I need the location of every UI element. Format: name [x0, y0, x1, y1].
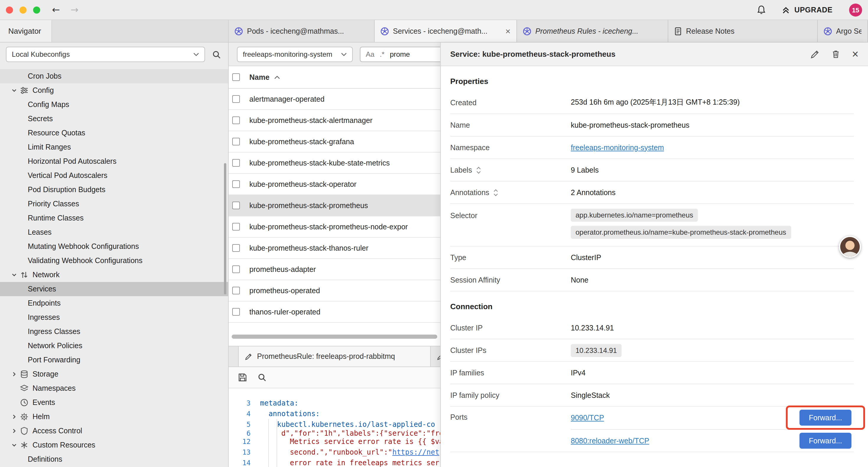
url-text: https://net — [392, 448, 439, 456]
sidebar-item-endpoints[interactable]: Endpoints — [0, 296, 228, 310]
forward-button[interactable]: Forward... — [800, 410, 851, 426]
tab-prometheus-rules[interactable]: Prometheus Rules - icecheng... — [517, 20, 668, 42]
chevron-right-icon[interactable] — [10, 414, 18, 420]
sidebar-item-namespaces[interactable]: Namespaces — [0, 381, 228, 396]
sidebar-item-leases[interactable]: Leases — [0, 225, 228, 239]
detail-row-ip-families: IP families IPv4 — [450, 362, 854, 384]
close-icon[interactable]: × — [852, 49, 859, 60]
sidebar-item-pod-disruption-budgets[interactable]: Pod Disruption Budgets — [0, 183, 228, 197]
notification-count-badge[interactable]: 15 — [849, 3, 862, 16]
indent-guide — [277, 419, 277, 467]
sidebar-item-network-policies[interactable]: Network Policies — [0, 339, 228, 353]
avatar[interactable] — [839, 236, 861, 258]
sidebar-item-custom-resources[interactable]: Custom Resources — [0, 438, 228, 452]
sidebar-item-horizontal-pod-autoscalers[interactable]: Horizontal Pod Autoscalers — [0, 154, 228, 169]
name-column-header[interactable]: Name — [249, 73, 270, 81]
chevron-right-icon[interactable] — [10, 371, 18, 377]
sidebar-item-network[interactable]: Network — [0, 268, 228, 282]
selector-chip: app.kubernetes.io/name=prometheus — [571, 209, 698, 222]
sidebar-item-cron-jobs[interactable]: Cron Jobs — [0, 69, 228, 83]
sidebar-item-resource-quotas[interactable]: Resource Quotas — [0, 126, 228, 140]
sidebar-item-port-forwarding[interactable]: Port Forwarding — [0, 353, 228, 367]
row-checkbox[interactable] — [232, 244, 240, 252]
unfold-more-icon[interactable] — [493, 188, 499, 197]
sidebar-item-mutating-webhook-configurations[interactable]: Mutating Webhook Configurations — [0, 239, 228, 254]
sidebar-item-config-maps[interactable]: Config Maps — [0, 97, 228, 112]
tab-release-notes[interactable]: Release Notes — [668, 20, 818, 42]
sort-ascending-icon[interactable] — [274, 76, 280, 79]
chevron-down-icon[interactable] — [10, 272, 18, 278]
selector-chip: operator.prometheus.io/name=kube-prometh… — [571, 226, 791, 239]
layers-icon — [20, 384, 29, 392]
forward-button[interactable]: Forward... — [800, 433, 851, 449]
upgrade-button[interactable]: UPGRADE — [782, 6, 833, 14]
tab-label: Pods - icecheng@mathmas... — [247, 27, 344, 35]
close-window-button[interactable] — [6, 6, 13, 13]
namespace-filter-select[interactable]: freeleaps-monitoring-system — [237, 47, 353, 62]
detail-row-annotations: Annotations 2 Annotations — [450, 181, 854, 204]
sidebar-item-storage[interactable]: Storage — [0, 367, 228, 381]
sidebar-item-access-control[interactable]: Access Control — [0, 424, 228, 438]
sidebar-item-ingresses[interactable]: Ingresses — [0, 310, 228, 324]
sidebar-item-helm[interactable]: Helm — [0, 410, 228, 424]
namespace-filter-value: freeleaps-monitoring-system — [243, 50, 332, 58]
sidebar-item-config[interactable]: Config — [0, 83, 228, 97]
select-all-checkbox[interactable] — [232, 73, 240, 81]
notifications-bell-icon[interactable] — [756, 5, 767, 15]
search-query-text: prome — [390, 50, 410, 58]
row-checkbox[interactable] — [232, 202, 240, 209]
minimize-window-button[interactable] — [20, 6, 27, 13]
detail-row-namespace: Namespace freeleaps-monitoring-system — [450, 137, 854, 159]
row-checkbox[interactable] — [232, 287, 240, 294]
port-link-9090[interactable]: 9090/TCP — [571, 414, 604, 422]
sidebar-scrollbar[interactable] — [224, 163, 226, 294]
regex-toggle[interactable]: .* — [380, 50, 384, 58]
back-button[interactable]: ← — [52, 5, 60, 14]
row-checkbox[interactable] — [232, 265, 240, 273]
match-case-toggle[interactable]: Aa — [366, 50, 374, 58]
search-icon[interactable] — [258, 373, 267, 382]
close-tab-icon[interactable]: × — [505, 27, 510, 35]
sidebar-item-validating-webhook-configurations[interactable]: Validating Webhook Configurations — [0, 254, 228, 268]
chevron-down-icon[interactable] — [10, 442, 18, 448]
cluster-ip-chip: 10.233.14.91 — [571, 344, 622, 357]
tab-argo[interactable]: Argo Se — [818, 20, 868, 42]
unfold-more-icon[interactable] — [476, 166, 482, 174]
row-checkbox[interactable] — [232, 95, 240, 103]
trash-icon[interactable] — [831, 50, 840, 59]
tab-pods[interactable]: Pods - icecheng@mathmas... — [229, 20, 375, 42]
namespace-link[interactable]: freeleaps-monitoring-system — [571, 143, 664, 152]
sidebar-item-limit-ranges[interactable]: Limit Ranges — [0, 140, 228, 154]
chevron-down-icon — [336, 52, 347, 56]
row-checkbox[interactable] — [232, 223, 240, 231]
kubeconfig-selector[interactable]: Local Kubeconfigs — [6, 47, 205, 62]
save-icon[interactable] — [238, 373, 247, 382]
row-checkbox[interactable] — [232, 180, 240, 188]
sidebar-item-definitions[interactable]: Definitions — [0, 452, 228, 466]
row-checkbox[interactable] — [232, 308, 240, 316]
sidebar-item-services[interactable]: Services — [0, 282, 228, 296]
chevron-down-icon[interactable] — [10, 87, 18, 93]
row-checkbox[interactable] — [232, 159, 240, 167]
search-icon[interactable] — [212, 50, 221, 59]
row-checkbox[interactable] — [232, 138, 240, 145]
maximize-window-button[interactable] — [33, 6, 40, 13]
sidebar-item-priority-classes[interactable]: Priority Classes — [0, 197, 228, 211]
chevron-right-icon[interactable] — [10, 428, 18, 434]
sidebar-item-events[interactable]: Events — [0, 396, 228, 410]
kubernetes-icon — [380, 27, 389, 35]
sidebar-item-runtime-classes[interactable]: Runtime Classes — [0, 211, 228, 225]
dock-tab-prometheusrule[interactable]: PrometheusRule: freeleaps-prod-rabbitmq — [238, 346, 431, 367]
row-checkbox[interactable] — [232, 116, 240, 124]
upgrade-label: UPGRADE — [795, 6, 833, 14]
tab-services[interactable]: Services - icecheng@math... × — [375, 20, 517, 42]
horizontal-scrollbar[interactable] — [231, 334, 437, 339]
detail-panel-title: Service: kube-prometheus-stack-prometheu… — [450, 50, 615, 59]
edit-pencil-icon[interactable] — [810, 49, 819, 59]
chevron-down-icon — [188, 53, 199, 56]
sidebar-item-ingress-classes[interactable]: Ingress Classes — [0, 324, 228, 339]
forward-nav-button[interactable]: → — [71, 5, 79, 14]
sidebar-item-vertical-pod-autoscalers[interactable]: Vertical Pod Autoscalers — [0, 169, 228, 183]
sidebar-item-secrets[interactable]: Secrets — [0, 112, 228, 126]
port-link-8080[interactable]: 8080:reloader-web/TCP — [571, 437, 649, 445]
